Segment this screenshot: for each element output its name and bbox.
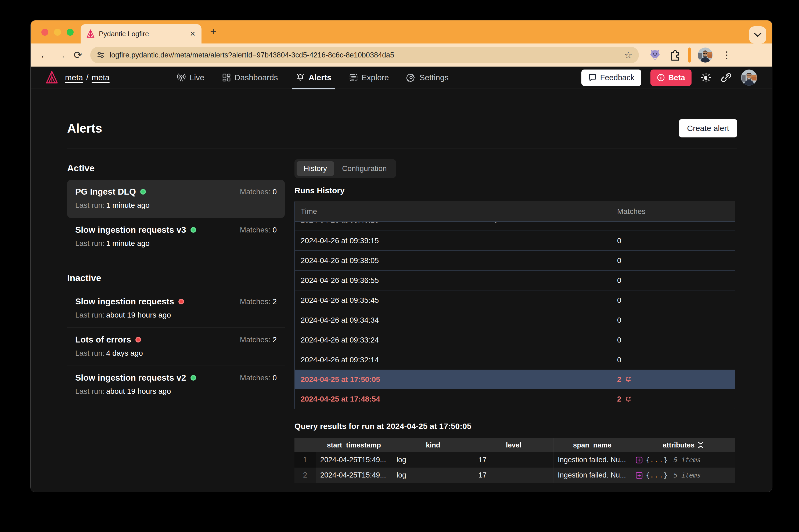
beta-badge[interactable]: Beta (650, 70, 692, 86)
run-time: 2024-04-26 at 09:36:55 (295, 276, 611, 285)
create-alert-button[interactable]: Create alert (679, 119, 737, 137)
nav-item-label: Settings (419, 73, 448, 82)
runs-row-partial[interactable]: 2024-04-26 at 09:40:25 0 (295, 222, 735, 231)
run-time: 2024-04-26 at 09:38:05 (295, 256, 611, 265)
status-dot-green (140, 189, 146, 195)
close-window-button[interactable] (41, 29, 48, 36)
tab-configuration[interactable]: Configuration (335, 161, 394, 176)
alert-last-run-value: 1 minute ago (106, 239, 150, 247)
alert-name: Slow ingestion requests (75, 297, 174, 306)
alert-matches: Matches:2 (240, 336, 277, 344)
nav-item-alerts[interactable]: Alerts (296, 66, 331, 89)
run-time: 2024-04-25 at 17:50:05 (295, 375, 611, 384)
tab-search-button[interactable] (749, 26, 766, 43)
reload-button[interactable]: ⟳ (71, 49, 85, 61)
status-dot-green (190, 375, 196, 381)
browser-titlebar: Pydantic Logfire ✕ + (31, 20, 772, 43)
alert-bell-icon (625, 396, 632, 403)
runs-table-row[interactable]: 2024-04-26 at 09:36:550 (295, 270, 735, 290)
query-table-header: start_timestamp kind level span_name att… (294, 438, 735, 452)
alert-matches: Matches:0 (240, 188, 277, 196)
page-title: Alerts (67, 121, 102, 136)
alert-matches: Matches:2 (240, 298, 277, 306)
alert-item-row1: Slow ingestion requests v3Matches:0 (75, 225, 277, 235)
url-text[interactable]: logfire.pydantic.dev/meta/meta/alerts?al… (110, 51, 619, 59)
query-attributes: {...}5 items (631, 468, 735, 483)
breadcrumb-project-link[interactable]: meta (92, 73, 110, 82)
browser-profile-avatar[interactable] (698, 48, 713, 62)
nav-right: Feedback Beta (581, 70, 757, 86)
query-col-index (294, 438, 316, 452)
alert-list-item[interactable]: Lots of errorsMatches:2Last run:4 days a… (67, 328, 285, 366)
extensions-puzzle-icon[interactable] (669, 49, 681, 61)
query-kind: log (392, 468, 474, 483)
nav-item-label: Explore (362, 73, 389, 82)
expand-attributes-icon[interactable] (636, 472, 643, 479)
runs-table-row[interactable]: 2024-04-26 at 09:32:140 (295, 350, 735, 370)
new-tab-button[interactable]: + (210, 26, 216, 37)
browser-menu-icon[interactable]: ⋮ (720, 50, 734, 61)
attributes-count: 5 items (674, 456, 701, 464)
alert-list-item[interactable]: PG Ingest DLQMatches:0Last run:1 minute … (67, 180, 285, 218)
minimize-window-button[interactable] (54, 29, 61, 36)
query-row-index: 2 (294, 468, 316, 483)
site-settings-icon[interactable] (97, 51, 105, 59)
nav-item-settings[interactable]: Settings (406, 66, 448, 89)
collapse-rows-icon[interactable] (698, 441, 704, 449)
query-table-row[interactable]: 22024-04-25T15:49...log17Ingestion faile… (294, 468, 735, 483)
alert-list-item[interactable]: Slow ingestion requests v2Matches:0Last … (67, 366, 285, 404)
alert-last-run-value: about 19 hours ago (106, 311, 171, 319)
forward-button: → (54, 50, 68, 61)
url-bar[interactable]: logfire.pydantic.dev/meta/meta/alerts?al… (90, 47, 639, 63)
run-time: 2024-04-26 at 09:35:45 (295, 296, 611, 305)
query-results-table: start_timestamp kind level span_name att… (294, 438, 735, 483)
runs-table-row[interactable]: 2024-04-26 at 09:38:050 (295, 251, 735, 270)
nav-menu: LiveDashboardsAlertsExploreSettings (177, 66, 449, 89)
runs-table-row[interactable]: 2024-04-26 at 09:34:340 (295, 310, 735, 330)
query-kind: log (392, 452, 474, 468)
alert-item-row1: PG Ingest DLQMatches:0 (75, 187, 277, 197)
back-button[interactable]: ← (38, 50, 52, 61)
live-icon (177, 73, 186, 82)
bookmark-star-icon[interactable]: ☆ (624, 50, 632, 60)
browser-tab[interactable]: Pydantic Logfire ✕ (80, 24, 201, 43)
alert-last-run-value: 4 days ago (106, 349, 143, 357)
logfire-logo[interactable] (46, 70, 58, 85)
feedback-button[interactable]: Feedback (581, 70, 641, 86)
app-navbar: meta / meta LiveDashboardsAlertsExploreS… (31, 66, 772, 89)
alert-name: PG Ingest DLQ (75, 187, 136, 197)
tab-close-icon[interactable]: ✕ (190, 30, 196, 38)
breadcrumb-org-link[interactable]: meta (65, 73, 83, 82)
status-dot-green (190, 227, 196, 233)
tab-history[interactable]: History (296, 161, 334, 176)
runs-table-row[interactable]: 2024-04-26 at 09:33:240 (295, 330, 735, 350)
nav-item-dashboards[interactable]: Dashboards (222, 66, 278, 89)
query-col-level: level (474, 438, 553, 452)
theme-toggle-icon[interactable] (701, 72, 711, 83)
zoom-window-button[interactable] (67, 29, 74, 36)
alert-last-run-value: about 19 hours ago (106, 387, 171, 395)
alert-list-item[interactable]: Slow ingestion requestsMatches:2Last run… (67, 290, 285, 328)
alert-last-run-value: 1 minute ago (106, 201, 150, 209)
alert-name: Slow ingestion requests v3 (75, 225, 186, 235)
run-time: 2024-04-25 at 17:48:54 (295, 395, 611, 403)
copy-link-icon[interactable] (721, 72, 732, 83)
nav-item-live[interactable]: Live (177, 66, 204, 89)
run-matches: 0 (611, 276, 735, 285)
bell-icon (296, 73, 305, 82)
nav-item-explore[interactable]: Explore (349, 66, 389, 89)
query-col-span-name: span_name (553, 438, 631, 452)
query-table-row[interactable]: 12024-04-25T15:49...log17Ingestion faile… (294, 452, 735, 468)
expand-attributes-icon[interactable] (636, 457, 643, 463)
page-content: Alerts Create alert Active PG Ingest DLQ… (31, 119, 772, 483)
user-avatar[interactable] (741, 70, 757, 86)
alert-last-run: Last run:about 19 hours ago (75, 311, 277, 319)
runs-table-row[interactable]: 2024-04-26 at 09:35:450 (295, 290, 735, 310)
github-extension-icon[interactable] (648, 48, 662, 62)
run-matches: 0 (611, 336, 735, 344)
runs-table-row[interactable]: 2024-04-26 at 09:39:150 (295, 231, 735, 251)
status-dot-red (178, 299, 184, 304)
runs-table-row[interactable]: 2024-04-25 at 17:48:542 (295, 389, 735, 409)
alert-list-item[interactable]: Slow ingestion requests v3Matches:0Last … (67, 218, 285, 256)
runs-table-row[interactable]: 2024-04-25 at 17:50:052 (295, 370, 735, 389)
